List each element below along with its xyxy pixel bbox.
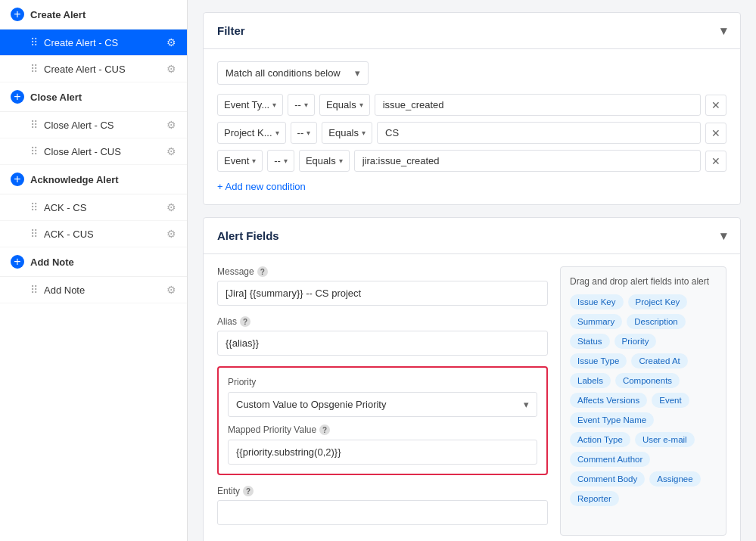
drag-panel-tag[interactable]: Issue Key [570, 294, 624, 309]
filter-value-input-1[interactable] [377, 122, 701, 144]
filter-dash-2[interactable]: -- ▾ [267, 150, 294, 172]
filter-operator-1[interactable]: Equals ▾ [322, 122, 372, 144]
gear-icon[interactable]: ⚙ [166, 63, 176, 75]
filter-field-label-1: Project K... [224, 127, 272, 138]
sidebar-item-close-alert-cs[interactable]: ⠿ Close Alert - CS ⚙ [0, 112, 187, 138]
priority-label: Priority [228, 377, 537, 387]
filter-row-1: Project K... ▾ -- ▾ Equals ▾ ✕ [217, 122, 726, 144]
sidebar-section-add-note[interactable]: + Add Note [0, 247, 187, 277]
sidebar-item-label: Create Alert - CUS [44, 64, 166, 75]
filter-operator-2[interactable]: Equals ▾ [299, 150, 350, 172]
priority-box: Priority Custom Value to Opsgenie Priori… [217, 366, 548, 475]
filter-operator-label-1: Equals [328, 127, 359, 138]
sidebar-item-ack-cs[interactable]: ⠿ ACK - CS ⚙ [0, 194, 187, 221]
filter-dash-label-1: -- [297, 127, 304, 138]
entity-input[interactable] [217, 500, 548, 525]
alert-fields-card-header: Alert Fields ▾ [204, 218, 740, 254]
chevron-down-icon: ▾ [339, 157, 343, 165]
drag-panel-tag[interactable]: Affects Versions [570, 393, 647, 408]
mapped-priority-info-icon: ? [319, 424, 330, 435]
ack-alert-section-label: Acknowledge Alert [30, 174, 119, 185]
drag-panel-tag[interactable]: Action Type [570, 432, 630, 447]
sidebar-item-create-alert-cs[interactable]: ⠿ Create Alert - CS ⚙ [0, 30, 187, 56]
drag-panel-tag[interactable]: Project Key [628, 294, 688, 309]
chevron-down-icon: ▾ [304, 101, 308, 109]
filter-title: Filter [217, 24, 245, 37]
drag-panel-tag[interactable]: Labels [570, 373, 611, 388]
sidebar-item-label: Close Alert - CS [44, 120, 166, 131]
gear-icon[interactable]: ⚙ [166, 201, 176, 213]
filter-match-select[interactable]: Match all conditions below ▾ [217, 61, 369, 85]
filter-dash-0[interactable]: -- ▾ [288, 94, 315, 116]
filter-collapse-icon[interactable]: ▾ [720, 23, 726, 38]
drag-panel-tag[interactable]: User e-mail [635, 432, 695, 447]
drag-panel-tag[interactable]: Assignee [649, 471, 700, 487]
alert-fields-form: Message ? Alias ? [217, 266, 548, 536]
message-label: Message ? [217, 266, 548, 277]
drag-panel-tag[interactable]: Priority [614, 334, 657, 349]
drag-panel-tag[interactable]: Issue Type [570, 353, 627, 368]
filter-remove-btn-1[interactable]: ✕ [705, 123, 726, 144]
drag-panel-tags: Issue KeyProject KeySummaryDescriptionSt… [570, 294, 717, 506]
chevron-down-icon: ▾ [362, 129, 366, 137]
filter-field-2[interactable]: Event ▾ [217, 150, 263, 172]
gear-icon[interactable]: ⚙ [166, 145, 176, 157]
filter-value-input-2[interactable] [354, 150, 701, 172]
mapped-priority-input[interactable] [228, 440, 537, 465]
drag-panel-tag[interactable]: Summary [570, 314, 622, 329]
chevron-down-icon: ▾ [272, 101, 276, 109]
drag-panel-tag[interactable]: Status [570, 334, 610, 349]
filter-match-chevron: ▾ [355, 67, 360, 79]
filter-remove-btn-0[interactable]: ✕ [705, 95, 726, 116]
priority-select[interactable]: Custom Value to Opsgenie Priority ▾ [228, 392, 537, 417]
drag-panel-tag[interactable]: Created At [631, 353, 687, 368]
filter-value-input-0[interactable] [375, 94, 701, 116]
filter-remove-btn-2[interactable]: ✕ [705, 151, 726, 172]
message-info-icon: ? [257, 266, 268, 277]
filter-card: Filter ▾ Match all conditions below ▾ Ev… [203, 12, 741, 205]
filter-field-0[interactable]: Event Ty... ▾ [217, 94, 283, 116]
filter-field-1[interactable]: Project K... ▾ [217, 122, 286, 144]
filter-match-label: Match all conditions below [226, 67, 341, 79]
sidebar-section-close-alert[interactable]: + Close Alert [0, 82, 187, 112]
chevron-down-icon: ▾ [359, 101, 363, 109]
message-input[interactable] [217, 281, 548, 306]
drag-icon: ⠿ [30, 36, 38, 48]
drag-panel-tag[interactable]: Reporter [570, 491, 619, 506]
drag-panel-tag[interactable]: Event Type Name [570, 412, 654, 428]
gear-icon[interactable]: ⚙ [166, 228, 176, 240]
chevron-down-icon: ▾ [306, 129, 310, 137]
alert-fields-collapse-icon[interactable]: ▾ [720, 229, 726, 243]
drag-panel-tag[interactable]: Comment Author [570, 452, 650, 467]
filter-row-0: Event Ty... ▾ -- ▾ Equals ▾ ✕ [217, 94, 726, 116]
sidebar-section-acknowledge-alert[interactable]: + Acknowledge Alert [0, 165, 187, 194]
alias-input[interactable] [217, 331, 548, 356]
sidebar-item-close-alert-cus[interactable]: ⠿ Close Alert - CUS ⚙ [0, 138, 187, 165]
filter-dash-1[interactable]: -- ▾ [291, 122, 318, 144]
sidebar-section-create-alert[interactable]: + Create Alert [0, 0, 187, 30]
sidebar-item-label: Add Note [44, 284, 166, 296]
gear-icon[interactable]: ⚙ [166, 36, 176, 48]
sidebar-item-add-note[interactable]: ⠿ Add Note ⚙ [0, 277, 187, 303]
drag-panel-tag[interactable]: Components [615, 373, 680, 388]
filter-operator-0[interactable]: Equals ▾ [319, 94, 370, 116]
filter-card-header: Filter ▾ [204, 13, 740, 49]
add-condition-link[interactable]: + Add new condition [217, 181, 306, 192]
chevron-down-icon: ▾ [284, 157, 288, 165]
entity-info-icon: ? [243, 486, 254, 496]
sidebar-item-label: Create Alert - CS [44, 37, 166, 48]
drag-panel-tag[interactable]: Comment Body [570, 471, 645, 487]
drag-panel-tag[interactable]: Event [652, 393, 689, 408]
main-content: Filter ▾ Match all conditions below ▾ Ev… [188, 0, 756, 541]
filter-dash-label-0: -- [294, 99, 301, 110]
filter-dash-label-2: -- [274, 155, 281, 166]
sidebar-item-create-alert-cus[interactable]: ⠿ Create Alert - CUS ⚙ [0, 56, 187, 82]
gear-icon[interactable]: ⚙ [166, 284, 176, 296]
chevron-down-icon: ▾ [252, 157, 256, 165]
ack-alert-plus-icon: + [11, 173, 24, 186]
entity-field-group: Entity ? [217, 486, 548, 525]
alert-fields-card: Alert Fields ▾ Message ? [203, 217, 741, 541]
sidebar-item-ack-cus[interactable]: ⠿ ACK - CUS ⚙ [0, 221, 187, 247]
gear-icon[interactable]: ⚙ [166, 119, 176, 131]
drag-panel-tag[interactable]: Description [627, 314, 686, 329]
